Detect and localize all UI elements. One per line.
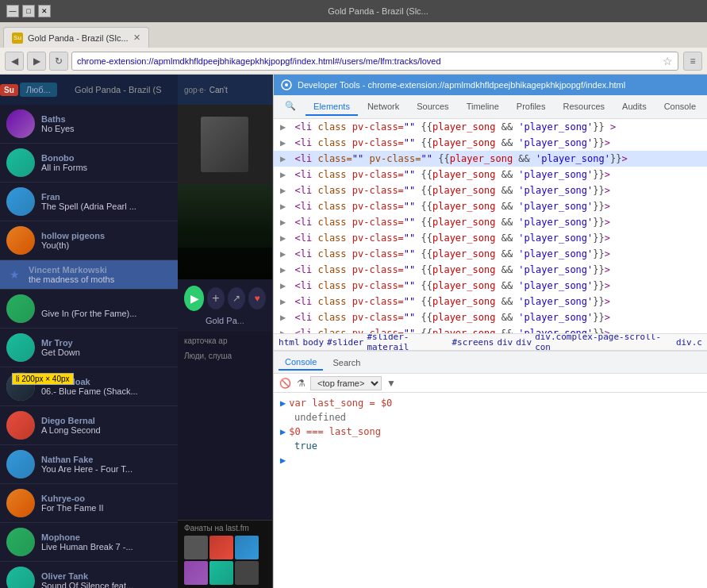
console-clear-btn[interactable]: 🚫: [279, 377, 291, 390]
element-row[interactable]: ▶ <li class pv-class="" {{player_song &&…: [274, 309, 707, 325]
app-header: Su Люб... Gold Panda - Brazil (S: [0, 75, 178, 105]
element-row[interactable]: ▶ <li class pv-class="" {{player_song &&…: [274, 325, 707, 333]
console-input-text2: $0 === last_song: [289, 425, 381, 438]
element-row[interactable]: ▶ <li class pv-class="" {{player_song &&…: [274, 135, 707, 151]
list-item[interactable]: hollow pigeons You(th): [0, 221, 178, 260]
track-name: For The Fame II: [41, 503, 171, 513]
tab-timeline[interactable]: Timeline: [459, 98, 507, 116]
avatar: [6, 187, 35, 216]
tab-console[interactable]: Console: [656, 98, 704, 116]
list-item[interactable]: Oliver Tank Sound Of Silence feat...: [0, 562, 178, 588]
track-artist: Bonobo: [41, 153, 171, 163]
track-info: Baths No Eyes: [41, 114, 171, 133]
track-artist: Nathan Fake: [41, 455, 171, 464]
list-item[interactable]: Mr Troy Get Down: [0, 329, 178, 367]
active-tab[interactable]: Su Gold Panda - Brazil (Slc... ✕: [3, 27, 149, 48]
list-item[interactable]: Mophone Live Human Break 7 -...: [0, 523, 178, 562]
people-listening-label: Люди, слушa: [184, 352, 266, 360]
breadcrumb-body[interactable]: body: [303, 337, 325, 348]
frame-selector[interactable]: <top frame>: [310, 376, 382, 390]
element-row[interactable]: ▶ <li class pv-class="" {{player_song &&…: [274, 183, 707, 198]
track-artist: Mophone: [41, 532, 171, 542]
avatar: [6, 411, 35, 440]
back-button[interactable]: ◀: [5, 52, 24, 71]
tab-elements-label[interactable]: Elements: [305, 98, 358, 116]
list-item[interactable]: Baths No Eyes: [0, 105, 178, 144]
minimize-btn[interactable]: —: [6, 5, 19, 17]
fan-avatar: [209, 561, 233, 585]
track-info: Bonobo All in Forms: [41, 153, 171, 172]
tab-audits[interactable]: Audits: [614, 98, 655, 116]
window-controls[interactable]: — □ ✕: [6, 5, 51, 17]
console-settings-btn[interactable]: ▼: [385, 377, 398, 390]
template-expr: {{player_song && 'player_song'}}: [421, 121, 605, 133]
breadcrumb-screens[interactable]: #screens: [451, 337, 494, 348]
breadcrumb-complex[interactable]: div.complex-page-scroll-con: [535, 333, 673, 351]
breadcrumb-slider[interactable]: #slider: [327, 337, 363, 348]
tab-close-btn[interactable]: ✕: [133, 33, 140, 43]
fan-avatar: [184, 561, 208, 585]
player-track-name: Gold Pa...: [184, 316, 266, 325]
console-output: ▶ var last_song = $0 undefined ▶ $0 === …: [274, 393, 707, 509]
list-item[interactable]: ★ Vincent Markowski the madness of moths: [0, 260, 178, 290]
attr-name: class: [317, 121, 346, 133]
tab-sources[interactable]: Sources: [409, 98, 456, 116]
breadcrumb-html[interactable]: html: [279, 337, 300, 348]
list-item[interactable]: Nathan Fake You Are Here - Four T...: [0, 445, 178, 484]
tab-console-label[interactable]: Console: [279, 355, 323, 371]
element-row[interactable]: ▶ <li class pv-class="" {{player_song &&…: [274, 294, 707, 309]
play-button[interactable]: ▶: [184, 286, 204, 311]
add-button[interactable]: +: [207, 287, 225, 309]
tab-profiles[interactable]: Profiles: [509, 98, 554, 116]
expand-arrow: ▶: [280, 137, 286, 148]
list-item[interactable]: Bonobo All in Forms: [0, 144, 178, 183]
element-row[interactable]: ▶ <li class pv-class="" {{player_song &&…: [274, 198, 707, 214]
tab-search-label[interactable]: Search: [326, 355, 367, 370]
devtools-title: Developer Tools - chrome-extension://apm…: [298, 80, 701, 90]
nav-btn-loved[interactable]: Люб...: [20, 83, 57, 97]
element-row[interactable]: ▶ <li class pv-class="" {{player_song &&…: [274, 119, 707, 135]
tab-elements[interactable]: 🔍: [277, 98, 304, 116]
element-row[interactable]: ▶ <li class pv-class="" {{player_song &&…: [274, 214, 707, 230]
detail-header: gop·e· Can't: [178, 75, 272, 105]
breadcrumb-divc[interactable]: div.c: [676, 337, 702, 348]
console-input[interactable]: [289, 455, 701, 466]
share-button[interactable]: ↗: [228, 287, 245, 309]
element-row[interactable]: ▶ <li class pv-class="" {{player_song &&…: [274, 167, 707, 183]
breadcrumb-div1[interactable]: div: [497, 337, 513, 348]
console-caret-icon: ▶: [280, 455, 286, 466]
breadcrumb-slider-mat[interactable]: #slider-materail: [367, 333, 448, 351]
list-item[interactable]: Give In (For the Fame)...: [0, 290, 178, 329]
browser-menu-btn[interactable]: ≡: [683, 52, 702, 71]
address-bar[interactable]: chrome-extension://apmlmdkhfldpeejbhikag…: [71, 52, 678, 71]
track-artist: Mr Troy: [41, 338, 171, 348]
list-item[interactable]: Fran The Spell (Adria Pearl ...: [0, 183, 178, 221]
tab-network[interactable]: Network: [359, 98, 407, 116]
close-btn[interactable]: ✕: [38, 5, 51, 17]
element-row[interactable]: ▶ <li class pv-class="" {{player_song &&…: [274, 230, 707, 246]
list-item[interactable]: Diego Bernal A Long Second: [0, 406, 178, 445]
track-info: Diego Bernal A Long Second: [41, 416, 171, 435]
tab-resources[interactable]: Resources: [555, 98, 613, 116]
nav-bar: ◀ ▶ ↻ chrome-extension://apmlmdkhfldpeej…: [0, 48, 707, 75]
artist-photo-area: [178, 105, 272, 184]
forward-button[interactable]: ▶: [27, 52, 46, 71]
track-info: Vincent Markowski the madness of moths: [29, 265, 171, 284]
track-list: li 200px × 40px Baths No Eyes Bonobo All…: [0, 105, 178, 588]
maximize-btn[interactable]: □: [22, 5, 35, 17]
track-info: Fran The Spell (Adria Pearl ...: [41, 192, 171, 211]
heart-button[interactable]: ♥: [248, 287, 266, 309]
list-item[interactable]: Kuhrye-oo For The Fame II: [0, 484, 178, 523]
element-row-highlighted[interactable]: ▶ <li class="" pv-class="" {{player_song…: [274, 151, 707, 167]
console-input-text: var last_song = $0: [289, 397, 392, 409]
track-info: Mophone Live Human Break 7 -...: [41, 532, 171, 551]
console-prompt-icon: ▶: [280, 397, 286, 409]
element-row[interactable]: ▶ <li class pv-class="" {{player_song &&…: [274, 246, 707, 262]
element-row[interactable]: ▶ <li class pv-class="" {{player_song &&…: [274, 278, 707, 294]
breadcrumb-div2[interactable]: div: [516, 337, 532, 348]
main-area: Su Люб... Gold Panda - Brazil (S li 200p…: [0, 75, 707, 588]
reload-button[interactable]: ↻: [49, 52, 68, 71]
bookmark-icon[interactable]: ☆: [663, 55, 673, 67]
console-filter-btn[interactable]: ⚗: [294, 377, 307, 390]
element-row[interactable]: ▶ <li class pv-class="" {{player_song &&…: [274, 262, 707, 278]
